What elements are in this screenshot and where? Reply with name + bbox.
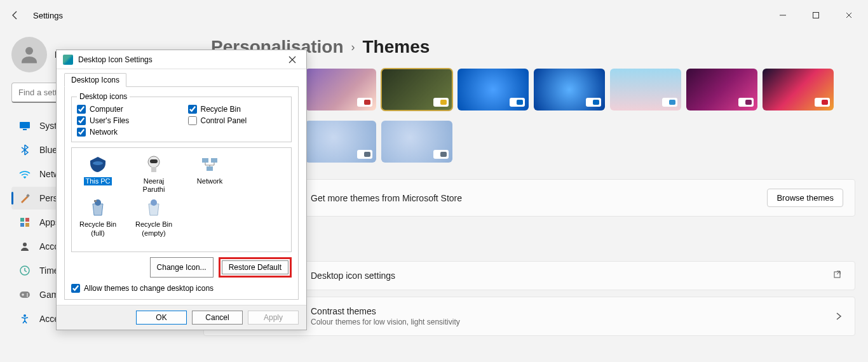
- time-icon: [19, 265, 31, 276]
- check-network[interactable]: Network: [77, 128, 175, 137]
- open-icon: [833, 271, 843, 281]
- cancel-button[interactable]: Cancel: [192, 311, 243, 325]
- avatar[interactable]: [11, 37, 47, 72]
- dialog-title: Desktop Icon Settings: [78, 55, 153, 64]
- theme-accent-swatch: [586, 98, 601, 107]
- svg-rect-22: [202, 158, 208, 163]
- icon-item[interactable]: Neeraj Paruthi: [132, 154, 176, 194]
- theme-card[interactable]: [381, 69, 452, 111]
- gaming-icon: [19, 289, 31, 300]
- theme-card[interactable]: [534, 69, 605, 111]
- desktop-icons-group-label: Desktop icons: [77, 92, 130, 101]
- theme-card[interactable]: [381, 121, 452, 163]
- icon-label: Neeraj Paruthi: [132, 177, 176, 194]
- desktop-icon: [88, 198, 108, 218]
- svg-rect-9: [20, 223, 24, 227]
- change-icon-button[interactable]: Change Icon...: [150, 257, 214, 278]
- svg-rect-10: [25, 223, 29, 227]
- icon-preview-box: This PCNeeraj ParuthiNetworkRecycle Bin …: [71, 147, 292, 252]
- accessibility-icon: [19, 313, 31, 325]
- svg-point-18: [93, 161, 103, 165]
- desktop-icon-settings-label: Desktop icon settings: [311, 271, 395, 281]
- accounts-icon: [19, 241, 31, 252]
- svg-rect-24: [207, 166, 213, 171]
- svg-point-27: [151, 199, 157, 206]
- contrast-title: Contrast themes: [311, 306, 460, 316]
- icon-label: This PC: [84, 177, 111, 185]
- icon-item[interactable]: Recycle Bin (full): [76, 198, 120, 237]
- svg-rect-8: [25, 218, 29, 222]
- svg-rect-17: [834, 272, 840, 278]
- desktop-icon: [88, 154, 108, 175]
- dialog-icon: [63, 55, 73, 65]
- system-icon: [19, 120, 31, 131]
- theme-accent-swatch: [357, 150, 372, 159]
- svg-rect-1: [813, 13, 819, 18]
- allow-themes-checkbox[interactable]: Allow themes to change desktop icons: [71, 284, 292, 293]
- theme-card[interactable]: [305, 69, 376, 111]
- apply-button[interactable]: Apply: [248, 311, 299, 325]
- breadcrumb-leaf: Themes: [363, 37, 430, 57]
- theme-card[interactable]: [686, 69, 757, 111]
- theme-card[interactable]: [305, 121, 376, 163]
- theme-accent-swatch: [815, 98, 830, 107]
- icon-label: Recycle Bin (full): [76, 220, 120, 237]
- personalisation-icon: [19, 192, 31, 204]
- apps-icon: [19, 217, 31, 228]
- svg-rect-23: [211, 158, 217, 163]
- theme-accent-swatch: [510, 98, 525, 107]
- svg-point-11: [23, 243, 27, 246]
- icon-item[interactable]: This PC: [76, 154, 120, 194]
- ok-button[interactable]: OK: [136, 311, 187, 325]
- theme-card[interactable]: [763, 69, 834, 111]
- browse-themes-button[interactable]: Browse themes: [767, 189, 843, 207]
- svg-rect-3: [20, 122, 30, 128]
- breadcrumb: Personalisation › Themes: [211, 37, 855, 57]
- tab-desktop-icons[interactable]: Desktop Icons: [64, 73, 126, 87]
- desktop-icon-settings-dialog: Desktop Icon Settings Desktop Icons Desk…: [56, 50, 307, 330]
- minimize-button[interactable]: [769, 6, 797, 25]
- check-control-panel[interactable]: Control Panel: [188, 116, 287, 125]
- svg-rect-4: [23, 129, 27, 130]
- icon-label: Recycle Bin (empty): [132, 220, 176, 237]
- check-computer[interactable]: Computer: [77, 105, 175, 114]
- dialog-close-button[interactable]: [282, 52, 302, 67]
- restore-default-button[interactable]: Restore Default: [222, 260, 288, 274]
- svg-point-2: [25, 47, 33, 55]
- theme-accent-swatch: [357, 98, 372, 107]
- theme-accent-swatch: [738, 98, 754, 107]
- bluetooth-icon: [19, 144, 31, 156]
- theme-accent-swatch: [433, 150, 449, 159]
- desktop-icon: [144, 198, 164, 218]
- desktop-icon: [144, 154, 164, 175]
- icon-item[interactable]: Network: [187, 154, 232, 194]
- svg-rect-26: [94, 200, 97, 202]
- svg-rect-7: [20, 218, 24, 222]
- back-button[interactable]: [5, 5, 25, 25]
- chevron-right-icon: [834, 312, 843, 321]
- svg-rect-20: [150, 159, 158, 163]
- desktop-icon: [200, 154, 220, 175]
- svg-rect-13: [20, 292, 30, 298]
- chevron-right-icon: ›: [351, 41, 355, 54]
- close-button[interactable]: [835, 6, 863, 25]
- svg-point-5: [24, 177, 25, 178]
- theme-accent-swatch: [433, 98, 449, 107]
- svg-point-16: [24, 314, 26, 317]
- svg-rect-21: [151, 167, 156, 172]
- theme-accent-swatch: [662, 98, 677, 107]
- icon-label: Network: [197, 177, 222, 185]
- icon-item[interactable]: Recycle Bin (empty): [132, 198, 176, 237]
- themes-store-label: Get more themes from Microsoft Store: [311, 193, 462, 203]
- network-icon: [19, 168, 31, 180]
- theme-card[interactable]: [610, 69, 681, 111]
- window-title: Settings: [33, 11, 63, 20]
- contrast-sub: Colour themes for low vision, light sens…: [311, 318, 460, 326]
- theme-card[interactable]: [458, 69, 529, 111]
- svg-point-14: [27, 293, 28, 295]
- maximize-button[interactable]: [802, 6, 830, 25]
- check-recycle-bin[interactable]: Recycle Bin: [188, 105, 287, 114]
- svg-point-15: [27, 295, 28, 297]
- check-users-files[interactable]: User's Files: [77, 116, 175, 125]
